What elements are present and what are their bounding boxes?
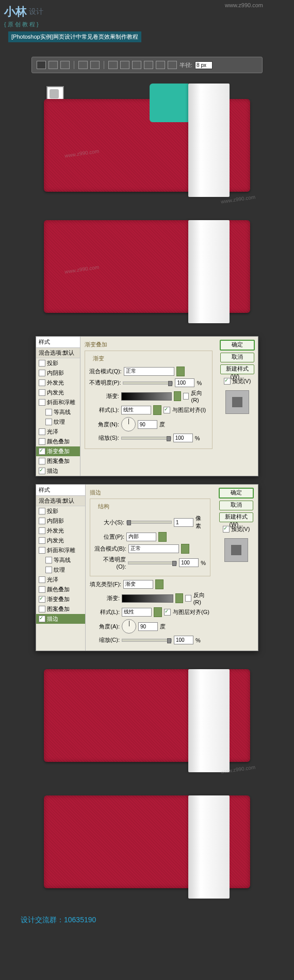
size-slider[interactable]	[126, 521, 172, 524]
style-item-active[interactable]: 描边	[36, 614, 85, 624]
shape-line-icon[interactable]	[156, 61, 165, 69]
ellipse-tool-icon[interactable]	[60, 61, 70, 69]
shape-ellipse-icon[interactable]	[132, 61, 141, 69]
checkbox[interactable]	[39, 527, 45, 534]
style-item[interactable]: 渐变叠加	[36, 594, 85, 604]
shape-rect-icon[interactable]	[108, 61, 118, 69]
gradient-preview[interactable]	[122, 594, 173, 603]
dropdown-icon[interactable]	[153, 405, 161, 415]
opacity-slider[interactable]	[123, 381, 173, 385]
dropdown-icon[interactable]	[174, 391, 181, 401]
shape-roundrect-icon[interactable]	[120, 61, 129, 69]
fill-type-select[interactable]: 渐变	[123, 580, 153, 589]
style-item[interactable]: 内阴影	[36, 368, 80, 378]
freeform-pen-icon[interactable]	[90, 61, 100, 69]
checkbox[interactable]	[39, 547, 45, 554]
new-style-button[interactable]: 新建样式(W)...	[220, 364, 254, 374]
align-checkbox[interactable]	[164, 609, 171, 616]
angle-input[interactable]	[138, 420, 157, 429]
preview-checkbox[interactable]	[224, 378, 231, 385]
style-item-active[interactable]: 渐变叠加	[36, 446, 80, 456]
checkbox[interactable]	[39, 518, 45, 524]
checkbox[interactable]	[39, 586, 45, 593]
size-input[interactable]	[174, 518, 193, 527]
style-item[interactable]: 光泽	[36, 575, 85, 585]
angle-input[interactable]	[138, 622, 158, 631]
style-item[interactable]: 描边	[36, 466, 80, 476]
checkbox-checked[interactable]	[39, 468, 45, 474]
rect-tool-icon[interactable]	[37, 61, 46, 69]
checkbox[interactable]	[45, 567, 52, 573]
cancel-button[interactable]: 取消	[220, 353, 254, 362]
align-checkbox[interactable]	[164, 407, 170, 413]
new-style-button[interactable]: 新建样式(W)...	[219, 512, 253, 522]
radius-input[interactable]	[195, 61, 213, 69]
dropdown-icon[interactable]	[154, 607, 162, 617]
style-item[interactable]: 斜面和浮雕	[36, 545, 85, 555]
checkbox-checked[interactable]	[39, 596, 45, 603]
opacity-slider[interactable]	[128, 561, 177, 564]
angle-dial[interactable]	[122, 619, 136, 634]
opacity-input[interactable]	[175, 378, 194, 387]
checkbox[interactable]	[39, 508, 45, 514]
cancel-button[interactable]: 取消	[219, 501, 253, 510]
style-item[interactable]: 内发光	[36, 536, 85, 545]
dropdown-icon[interactable]	[155, 579, 164, 589]
blend-options-header[interactable]: 混合选项:默认	[36, 496, 85, 506]
checkbox-checked[interactable]	[39, 448, 45, 455]
style-item[interactable]: 图案叠加	[36, 456, 80, 466]
style-item[interactable]: 等高线	[36, 555, 85, 565]
grad-style-select[interactable]: 线性	[121, 406, 151, 414]
style-item[interactable]: 颜色叠加	[36, 437, 80, 446]
scale-slider[interactable]	[122, 639, 172, 642]
grad-style-select[interactable]: 线性	[122, 608, 152, 617]
checkbox[interactable]	[39, 399, 45, 406]
shape-custom-icon[interactable]	[168, 61, 177, 69]
checkbox-checked[interactable]	[39, 616, 45, 622]
ok-button[interactable]: 确定	[220, 340, 255, 351]
style-item[interactable]: 外发光	[36, 526, 85, 536]
checkbox[interactable]	[39, 360, 45, 367]
dropdown-icon[interactable]	[158, 532, 167, 542]
checkbox[interactable]	[39, 537, 45, 544]
style-item[interactable]: 等高线	[36, 407, 80, 417]
opacity-input[interactable]	[179, 558, 199, 567]
blend-options-header[interactable]: 混合选项:默认	[36, 348, 80, 358]
checkbox[interactable]	[39, 606, 45, 612]
style-item[interactable]: 纹理	[36, 417, 80, 427]
preview-checkbox[interactable]	[223, 526, 230, 533]
scale-input[interactable]	[173, 434, 193, 442]
checkbox[interactable]	[39, 458, 45, 464]
blend-mode-select[interactable]: 正常	[124, 367, 174, 376]
shape-polygon-icon[interactable]	[144, 61, 153, 69]
scale-slider[interactable]	[121, 437, 171, 440]
style-item[interactable]: 内阴影	[36, 516, 85, 526]
style-item[interactable]: 纹理	[36, 565, 85, 575]
dropdown-icon[interactable]	[176, 367, 185, 376]
checkbox[interactable]	[39, 428, 45, 435]
gradient-preview[interactable]	[121, 392, 172, 401]
checkbox[interactable]	[39, 379, 45, 386]
style-item[interactable]: 颜色叠加	[36, 585, 85, 594]
checkbox[interactable]	[39, 389, 45, 396]
checkbox[interactable]	[45, 557, 52, 563]
style-item[interactable]: 投影	[36, 358, 80, 368]
checkbox[interactable]	[39, 370, 45, 376]
angle-dial[interactable]	[121, 417, 136, 431]
style-item[interactable]: 光泽	[36, 427, 80, 437]
dropdown-icon[interactable]	[181, 544, 189, 554]
blend-mode-select[interactable]: 正常	[128, 544, 179, 553]
position-select[interactable]: 内部	[126, 533, 156, 541]
checkbox[interactable]	[45, 419, 52, 425]
style-item[interactable]: 外发光	[36, 378, 80, 388]
ok-button[interactable]: 确定	[219, 488, 254, 499]
pen-tool-icon[interactable]	[78, 61, 88, 69]
style-item[interactable]: 投影	[36, 506, 85, 516]
style-item[interactable]: 内发光	[36, 388, 80, 397]
style-item[interactable]: 斜面和浮雕	[36, 397, 80, 407]
checkbox[interactable]	[45, 409, 52, 416]
scale-input[interactable]	[174, 636, 193, 644]
reverse-checkbox[interactable]	[183, 393, 189, 400]
checkbox[interactable]	[39, 438, 45, 445]
style-item[interactable]: 图案叠加	[36, 604, 85, 614]
